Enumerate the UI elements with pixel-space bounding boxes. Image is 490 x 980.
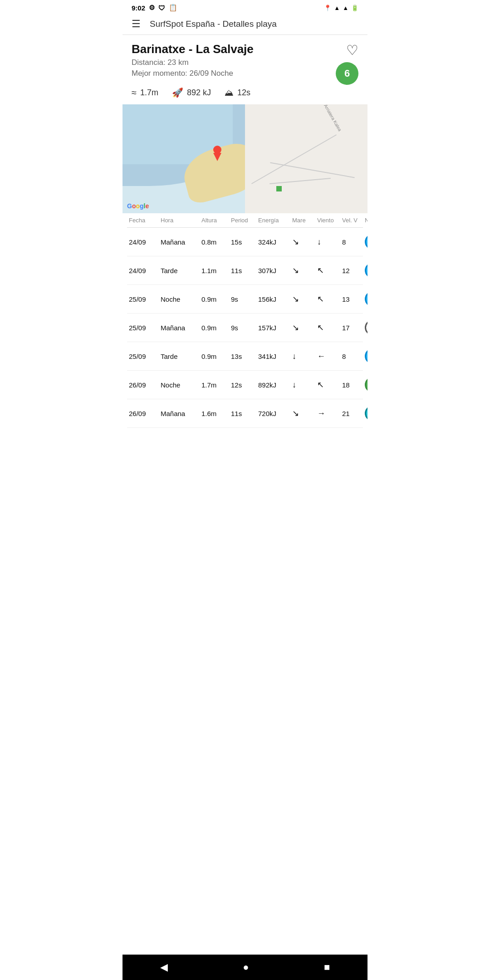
time-display: 9:02 [132, 4, 145, 12]
distancia: Distancia: 23 km [132, 58, 358, 67]
table-row: 26/09 Noche 1.7m 12s 892kJ ↓ ↖ 18 6 [127, 371, 363, 399]
cell-period: 12s [231, 381, 258, 389]
cell-hora: Noche [161, 295, 201, 303]
nota-badge: 1 [365, 291, 368, 307]
mejor-momento: Mejor momento: 26/09 Noche [132, 69, 358, 78]
th-fecha: Fecha [129, 217, 161, 224]
header-info: Barinatxe - La Salvaje Distancia: 23 km … [122, 35, 368, 87]
map-green-area [276, 186, 282, 191]
cell-viento: ↓ [317, 237, 342, 247]
cell-altura: 0.9m [201, 324, 231, 332]
signal-icon: ▲ [343, 5, 348, 11]
table-rows-container: 24/09 Mañana 0.8m 15s 324kJ ↘ ↓ 8 2 24/0… [127, 228, 363, 428]
cell-period: 11s [231, 267, 258, 274]
cell-nota: 1 [365, 263, 368, 278]
settings-icon: ⚙ [149, 4, 155, 12]
cell-hora: Tarde [161, 267, 201, 274]
cell-energia: 157kJ [258, 324, 292, 332]
cell-viento: ↖ [317, 265, 342, 275]
nota-badge: 4 [365, 406, 368, 421]
map-land [245, 104, 368, 213]
cell-nota: 6 [365, 377, 368, 392]
cell-mare: ↘ [292, 265, 317, 275]
cell-fecha: 26/09 [129, 381, 161, 389]
cell-fecha: 24/09 [129, 238, 161, 246]
cell-fecha: 25/09 [129, 295, 161, 303]
status-left: 9:02 ⚙ 🛡 📋 [132, 4, 177, 12]
table-header: Fecha Hora Altura Period Energía Mare Vi… [127, 213, 363, 228]
th-hora: Hora [161, 217, 201, 224]
cell-altura: 0.8m [201, 238, 231, 246]
map-container[interactable]: Arriatera Kalea Google [122, 104, 368, 213]
cell-nota: 2 [365, 234, 368, 250]
nota-badge: 0 [365, 320, 368, 335]
rocket-icon: 🚀 [172, 87, 183, 98]
cell-vel-v: 18 [342, 381, 365, 389]
cell-altura: 1.7m [201, 381, 231, 389]
cell-energia: 341kJ [258, 353, 292, 360]
cell-energia: 892kJ [258, 381, 292, 389]
cell-mare: ↘ [292, 237, 317, 247]
map-background: Arriatera Kalea Google [122, 104, 368, 213]
table-row: 26/09 Mañana 1.6m 11s 720kJ ↘ → 21 4 [127, 399, 363, 428]
cell-fecha: 25/09 [129, 324, 161, 332]
energy-value: 892 kJ [187, 88, 211, 98]
cell-mare: ↓ [292, 380, 317, 390]
cell-viento: ↖ [317, 323, 342, 333]
cell-period: 15s [231, 238, 258, 246]
map-pin [213, 146, 221, 161]
cell-altura: 0.9m [201, 295, 231, 303]
th-altura: Altura [201, 217, 231, 224]
cell-period: 9s [231, 295, 258, 303]
cell-vel-v: 21 [342, 410, 365, 417]
wifi-icon: ▲ [334, 5, 340, 11]
cell-hora: Mañana [161, 324, 201, 332]
location-icon: 📍 [324, 5, 331, 11]
score-badge: 6 [336, 62, 358, 85]
wave-icon: ≈ [132, 88, 137, 98]
th-period: Period [231, 217, 258, 224]
table-row: 25/09 Mañana 0.9m 9s 157kJ ↘ ↖ 17 0 [127, 314, 363, 342]
forecast-table: Fecha Hora Altura Period Energía Mare Vi… [122, 213, 368, 428]
table-row: 25/09 Noche 0.9m 9s 156kJ ↘ ↖ 13 1 [127, 285, 363, 314]
cell-fecha: 24/09 [129, 267, 161, 274]
th-mare: Mare [292, 217, 317, 224]
cell-viento: → [317, 409, 342, 418]
cell-hora: Mañana [161, 238, 201, 246]
cell-period: 11s [231, 410, 258, 417]
cell-energia: 720kJ [258, 410, 292, 417]
nota-badge: 6 [365, 377, 368, 392]
clipboard-icon: 📋 [169, 4, 177, 12]
table-row: 25/09 Tarde 0.9m 13s 341kJ ↓ ← 8 2 [127, 342, 363, 371]
cell-energia: 324kJ [258, 238, 292, 246]
th-nota: Nota [365, 217, 368, 224]
period-stat: ⛰ 12s [225, 88, 250, 98]
cell-vel-v: 17 [342, 324, 365, 332]
toolbar-title: SurfSpot España - Detalles playa [150, 19, 277, 29]
cell-mare: ↓ [292, 352, 317, 361]
period-icon: ⛰ [225, 88, 234, 98]
stats-row: ≈ 1.7m 🚀 892 kJ ⛰ 12s [122, 87, 368, 104]
table-row: 24/09 Tarde 1.1m 11s 307kJ ↘ ↖ 12 1 [127, 256, 363, 285]
cell-hora: Tarde [161, 353, 201, 360]
cell-nota: 0 [365, 320, 368, 335]
menu-icon[interactable]: ☰ [132, 18, 141, 30]
cell-altura: 0.9m [201, 353, 231, 360]
cell-vel-v: 12 [342, 267, 365, 274]
cell-viento: ↖ [317, 380, 342, 390]
beach-name: Barinatxe - La Salvaje [132, 42, 358, 56]
cell-nota: 1 [365, 291, 368, 307]
nota-badge: 2 [365, 348, 368, 364]
nota-badge: 2 [365, 234, 368, 250]
favorite-button[interactable]: ♡ [346, 42, 358, 58]
pin-tail [213, 153, 221, 161]
status-right: 📍 ▲ ▲ 🔋 [324, 5, 358, 11]
cell-nota: 2 [365, 348, 368, 364]
cell-vel-v: 8 [342, 238, 365, 246]
cell-altura: 1.1m [201, 267, 231, 274]
cell-hora: Noche [161, 381, 201, 389]
battery-icon: 🔋 [351, 5, 358, 11]
nota-badge: 1 [365, 263, 368, 278]
cell-fecha: 26/09 [129, 410, 161, 417]
wave-height: 1.7m [140, 88, 158, 98]
